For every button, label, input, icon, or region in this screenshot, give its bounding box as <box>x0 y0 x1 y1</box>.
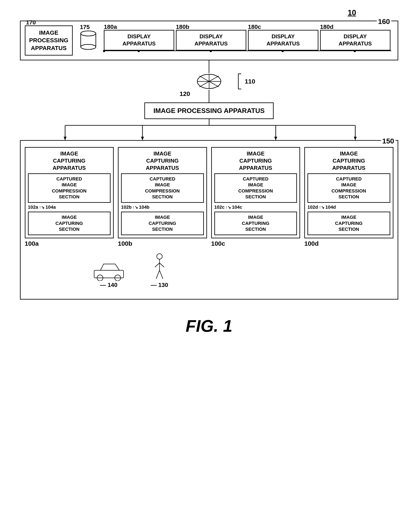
unit-100b-title: IMAGECAPTURINGAPPARATUS <box>121 150 204 171</box>
fig-label: FIG. 1 <box>186 317 232 335</box>
cylinder-label: 175 <box>80 24 90 31</box>
car-label: — 140 <box>100 282 117 288</box>
section-150-label: 150 <box>381 137 395 145</box>
section-160-label: 160 <box>377 17 391 26</box>
unit-100d-ref-right: 104d <box>325 205 336 210</box>
unit-100d-ref-left: 102d <box>307 205 318 210</box>
unit-100a-compression: CAPTUREDIMAGECOMPRESSIONSECTION <box>28 173 111 203</box>
svg-line-27 <box>160 270 163 279</box>
svg-marker-18 <box>354 137 357 140</box>
section-160: 160 170 IMAGE PROCESSING APPARATUS 175 <box>20 21 398 60</box>
apparatus-unit-100d: IMAGECAPTURINGAPPARATUS CAPTUREDIMAGECOM… <box>304 147 394 238</box>
ipa-160-label: 170 <box>26 19 36 26</box>
ipa-main-box: IMAGE PROCESSING APPARATUS <box>144 102 274 119</box>
cylinder-175: 175 <box>80 30 97 51</box>
svg-line-26 <box>156 270 160 279</box>
bracket-label: 110 <box>245 78 255 85</box>
ipa-box-160: IMAGE PROCESSING APPARATUS <box>25 25 73 56</box>
display-apparatus-180a: DISPLAY APPARATUS <box>104 30 174 50</box>
unit-100b-ref-right: 104b <box>139 205 150 210</box>
svg-marker-15 <box>63 137 66 140</box>
svg-marker-16 <box>141 137 144 140</box>
unit-100a-ref-left: 102a <box>28 205 38 210</box>
person-label: — 130 <box>151 282 168 288</box>
svg-rect-19 <box>94 270 124 278</box>
unit-100a-capturing: IMAGECAPTURINGSECTION <box>28 212 111 235</box>
fanout-svg <box>20 119 398 140</box>
unit-100b-compression: CAPTUREDIMAGECOMPRESSIONSECTION <box>121 173 204 203</box>
section-150: 150 IMAGECAPTURINGAPPARATUS CAPTUREDIMAG… <box>20 140 398 300</box>
diagram-container: 10 160 170 IMAGE PROCESSING APPARATUS 17… <box>20 8 398 336</box>
apparatus-row: IMAGECAPTURINGAPPARATUS CAPTUREDIMAGECOM… <box>25 147 394 247</box>
section-160-inner: 170 IMAGE PROCESSING APPARATUS 175 <box>25 25 394 56</box>
unit-100d-bottom-label: 100d <box>304 240 394 247</box>
fanout-arrows <box>20 119 398 140</box>
display-180c-label: 180c <box>248 24 261 30</box>
top-ref-label: 10 <box>348 8 356 17</box>
unit-100b-ref-left: 102b <box>121 205 132 210</box>
svg-point-3 <box>81 44 96 49</box>
svg-point-0 <box>81 31 96 36</box>
display-apparatus-180b: DISPLAY APPARATUS <box>176 30 246 50</box>
unit-100c-capturing: IMAGECAPTURINGSECTION <box>214 212 297 235</box>
person-icon <box>153 254 166 281</box>
ipa-160-text: IMAGE PROCESSING APPARATUS <box>29 29 69 51</box>
unit-100b-capturing: IMAGECAPTURINGSECTION <box>121 212 204 235</box>
display-apparatus-180c: DISPLAY APPARATUS <box>248 30 318 50</box>
network-icon <box>197 73 222 90</box>
unit-100c-compression: CAPTUREDIMAGECOMPRESSIONSECTION <box>214 173 297 203</box>
car-icon <box>92 262 126 281</box>
unit-100c-bottom-label: 100c <box>211 240 300 247</box>
unit-100a-ref-right: 104a <box>45 205 56 210</box>
unit-100d-compression: CAPTUREDIMAGECOMPRESSIONSECTION <box>307 173 390 203</box>
ipa-main-text: IMAGE PROCESSING APPARATUS <box>153 107 265 114</box>
svg-line-24 <box>155 263 160 267</box>
bracket-icon <box>237 73 243 90</box>
cylinder-icon <box>80 30 97 51</box>
apparatus-unit-100c: IMAGECAPTURINGAPPARATUS CAPTUREDIMAGECOM… <box>211 147 300 238</box>
unit-100c-ref-left: 102c <box>214 205 225 210</box>
svg-line-25 <box>160 263 164 267</box>
network-label: 120 <box>180 90 190 97</box>
display-apparatus-180d: DISPLAY APPARATUS <box>320 30 391 50</box>
fig-label-container: FIG. 1 <box>186 316 232 336</box>
connector-160-network <box>209 60 209 73</box>
apparatus-unit-100a: IMAGECAPTURINGAPPARATUS CAPTUREDIMAGECOM… <box>25 147 114 238</box>
display-180b-label: 180b <box>176 24 189 30</box>
unit-100c-ref-right: 104c <box>232 205 242 210</box>
connector-network-ipa <box>209 90 209 102</box>
unit-100a-bottom-label: 100a <box>25 240 114 247</box>
unit-100a-title: IMAGECAPTURINGAPPARATUS <box>28 150 111 171</box>
apparatus-unit-100b: IMAGECAPTURINGAPPARATUS CAPTUREDIMAGECOM… <box>118 147 207 238</box>
svg-marker-17 <box>274 137 277 140</box>
unit-100d-title: IMAGECAPTURINGAPPARATUS <box>307 150 390 171</box>
display-180d-label: 180d <box>320 24 334 30</box>
unit-100b-bottom-label: 100b <box>118 240 207 247</box>
svg-point-22 <box>157 254 162 259</box>
display-180a-label: 180a <box>104 24 117 30</box>
unit-100c-title: IMAGECAPTURINGAPPARATUS <box>214 150 297 171</box>
unit-100d-capturing: IMAGECAPTURINGSECTION <box>307 212 390 235</box>
